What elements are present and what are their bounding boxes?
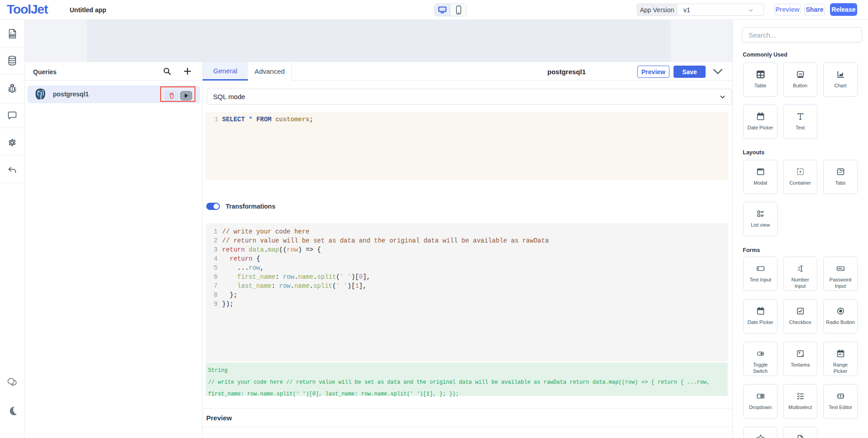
svg-text:{:}: {:} [10,32,15,35]
svg-text:2: 2 [797,266,800,271]
svg-text:OK: OK [798,72,802,75]
svg-text:JSON: JSON [10,35,15,37]
